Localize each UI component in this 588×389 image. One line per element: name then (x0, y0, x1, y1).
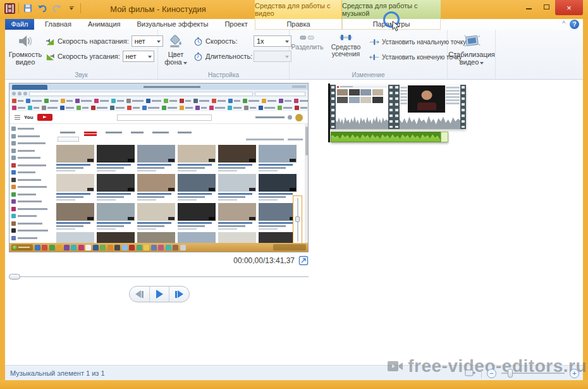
clip1-thumbnail (336, 85, 388, 113)
favicon (259, 106, 263, 110)
trim-tool-button[interactable]: Средство усечения (325, 32, 367, 58)
close-button[interactable]: × (555, 0, 583, 15)
window-frame-left (0, 19, 5, 389)
seek-track[interactable] (9, 276, 309, 277)
duration-badge (168, 188, 175, 191)
previous-frame-button[interactable] (130, 287, 149, 302)
video-thumbnail-card (56, 203, 94, 230)
redo-button[interactable] (51, 3, 63, 14)
mock-reload-icon (23, 92, 27, 96)
duration-badge (209, 188, 215, 191)
taskbar-icon (129, 245, 135, 250)
collapse-ribbon-button[interactable]: ^ (562, 20, 565, 27)
avatar (295, 114, 303, 121)
taskbar-icon (56, 245, 62, 250)
play-button[interactable] (149, 287, 169, 302)
mock-video-grid (56, 145, 304, 251)
fullscreen-icon[interactable] (298, 256, 309, 266)
mock-scrollbar (305, 124, 308, 251)
tab-edit[interactable]: Правка (255, 19, 342, 30)
taskbar-icon (35, 245, 40, 250)
status-separator (481, 369, 482, 378)
bookmark-chip (111, 99, 124, 103)
app-menu-button[interactable] (4, 3, 15, 14)
video-stabilization-button[interactable]: Стабилизация видео (450, 32, 494, 66)
mock-browser-titlebar (9, 83, 308, 90)
mini-thumbnail (372, 97, 383, 103)
favicon (94, 99, 99, 103)
bookmark-chip (228, 99, 240, 103)
bookmark-chip (295, 106, 307, 110)
next-frame-button[interactable] (169, 287, 189, 302)
tab-file[interactable]: Файл (5, 19, 34, 30)
film-app-icon (4, 3, 15, 14)
favicon (212, 99, 216, 103)
video-clip-2[interactable] (394, 85, 466, 129)
ribbon-group-sound: Громкость видео Скорость нарастания: нет… (5, 30, 158, 79)
mock-bookmarks-row (9, 97, 308, 104)
mock-channel-tabs (60, 125, 304, 133)
stopwatch-icon (193, 37, 203, 46)
music-track[interactable] (331, 132, 448, 142)
minimize-button[interactable] (520, 0, 537, 14)
hamburger-icon (15, 115, 20, 120)
video-volume-button[interactable]: Громкость видео (6, 32, 44, 66)
duration-badge (249, 188, 255, 191)
bookmark-chip (212, 99, 226, 103)
taskbar-icon (93, 245, 99, 250)
video-thumbnail-card (97, 203, 135, 230)
sidebar-item (11, 221, 51, 226)
zoom-out-button[interactable]: − (487, 369, 496, 378)
video-clip-1[interactable] (330, 85, 394, 129)
taskbar-icon (107, 245, 113, 250)
timeline-zoom-slider[interactable] (501, 369, 565, 378)
tab-animation[interactable]: Анимация (80, 19, 129, 30)
tab-project[interactable]: Проект (216, 19, 255, 30)
maximize-button[interactable] (537, 0, 555, 14)
undo-button[interactable] (37, 3, 48, 14)
mini-thumbnail (349, 97, 360, 103)
favicon (228, 106, 232, 110)
sidebar-item (11, 192, 51, 197)
duration-badge (168, 217, 175, 220)
seek-handle[interactable] (9, 274, 20, 280)
video-preview-surface[interactable]: You (9, 83, 309, 252)
stopwatch-icon (193, 52, 203, 61)
ribbon: Громкость видео Скорость нарастания: нет… (5, 30, 583, 80)
favicon (180, 99, 184, 103)
music-track-waveform (331, 132, 441, 142)
favicon (12, 106, 16, 110)
taskbar-icon (49, 245, 55, 250)
youtube-logo: You (24, 114, 34, 120)
film-sprockets (460, 85, 466, 129)
tab-visual-effects[interactable]: Визуальные эффекты (129, 19, 217, 30)
fade-out-icon (46, 52, 55, 61)
tab-home[interactable]: Главная (37, 19, 80, 30)
film-sprockets (388, 85, 394, 129)
split-button[interactable]: Разделить (291, 32, 324, 51)
context-group-video-tools[interactable]: Средства для работы с видео (255, 0, 341, 19)
zoom-in-button[interactable]: + (570, 369, 579, 378)
seek-bar[interactable] (9, 273, 309, 281)
favicon (60, 106, 64, 110)
chevron-down-icon (183, 62, 187, 65)
main-tabs: Главная Анимация Визуальные эффекты Прое… (37, 19, 285, 30)
fade-out-select[interactable]: нет (123, 51, 154, 62)
help-button[interactable]: ? (570, 20, 579, 29)
bookmark-chip (12, 106, 25, 110)
speed-select[interactable]: 1x (254, 35, 291, 47)
bookmark-chip (279, 99, 291, 103)
zoom-slider-handle[interactable] (508, 369, 513, 378)
sidebar-item (11, 207, 51, 211)
set-start-icon (369, 38, 379, 46)
music-track-endcap[interactable] (441, 132, 448, 142)
video-thumbnail-card (218, 145, 256, 171)
background-color-button[interactable]: Цвет фона (161, 32, 191, 66)
video-thumbnail-card (178, 145, 216, 171)
favicon (61, 99, 65, 103)
thumbnail-size-icon[interactable] (465, 369, 476, 378)
sidebar-item (11, 236, 51, 240)
bookmark-chip (26, 99, 42, 103)
bookmark-chip (193, 99, 209, 103)
save-button[interactable] (22, 3, 34, 14)
